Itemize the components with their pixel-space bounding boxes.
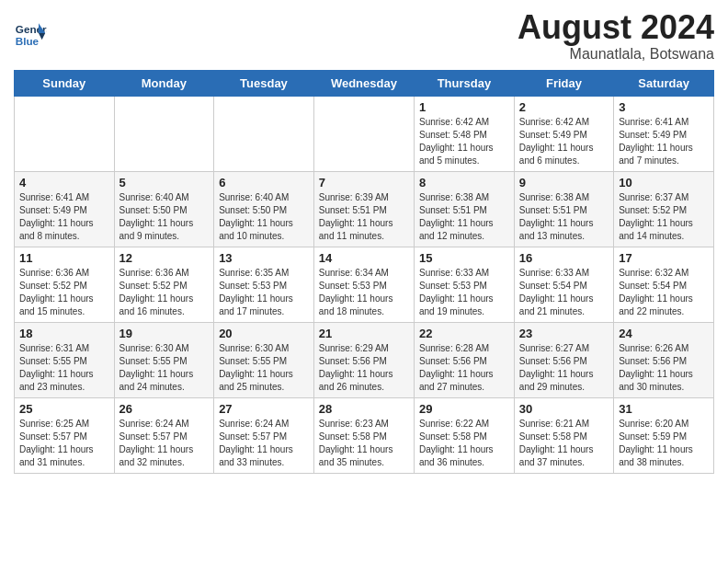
day-number: 24 [619,327,709,340]
calendar-cell: 5Sunrise: 6:40 AM Sunset: 5:50 PM Daylig… [114,171,214,247]
calendar-week-row: 11Sunrise: 6:36 AM Sunset: 5:52 PM Dayli… [15,247,714,322]
day-number: 28 [319,402,409,416]
day-info: Sunrise: 6:27 AM Sunset: 5:56 PM Dayligh… [519,342,609,394]
day-info: Sunrise: 6:42 AM Sunset: 5:48 PM Dayligh… [419,116,509,167]
day-number: 4 [19,176,109,190]
calendar-header-row: SundayMondayTuesdayWednesdayThursdayFrid… [15,70,714,96]
column-header-sunday: Sunday [15,70,115,96]
title-block: August 2024 Maunatlala, Botswana [518,9,714,63]
day-number: 23 [519,327,609,340]
day-number: 30 [519,402,609,416]
calendar-cell: 11Sunrise: 6:36 AM Sunset: 5:52 PM Dayli… [15,247,115,322]
day-number: 15 [419,251,509,265]
calendar-cell: 19Sunrise: 6:30 AM Sunset: 5:55 PM Dayli… [114,322,214,397]
calendar-week-row: 25Sunrise: 6:25 AM Sunset: 5:57 PM Dayli… [15,397,714,473]
calendar-cell [313,96,414,171]
day-number: 1 [419,100,509,114]
calendar-cell: 10Sunrise: 6:37 AM Sunset: 5:52 PM Dayli… [614,171,714,247]
calendar-cell: 13Sunrise: 6:35 AM Sunset: 5:53 PM Dayli… [214,247,314,322]
calendar-cell: 12Sunrise: 6:36 AM Sunset: 5:52 PM Dayli… [114,247,214,322]
calendar-cell: 17Sunrise: 6:32 AM Sunset: 5:54 PM Dayli… [614,247,714,322]
day-number: 16 [519,251,609,265]
day-info: Sunrise: 6:25 AM Sunset: 5:57 PM Dayligh… [19,418,109,469]
day-number: 7 [319,176,409,190]
day-info: Sunrise: 6:41 AM Sunset: 5:49 PM Dayligh… [19,191,109,243]
day-number: 27 [219,402,309,416]
calendar-cell: 8Sunrise: 6:38 AM Sunset: 5:51 PM Daylig… [414,171,514,247]
day-info: Sunrise: 6:33 AM Sunset: 5:54 PM Dayligh… [519,267,609,318]
calendar-cell: 29Sunrise: 6:22 AM Sunset: 5:58 PM Dayli… [414,397,514,473]
day-info: Sunrise: 6:38 AM Sunset: 5:51 PM Dayligh… [419,191,509,243]
calendar-cell: 25Sunrise: 6:25 AM Sunset: 5:57 PM Dayli… [15,397,115,473]
svg-text:Blue: Blue [16,35,40,47]
day-info: Sunrise: 6:36 AM Sunset: 5:52 PM Dayligh… [19,267,109,318]
logo: General Blue [14,17,47,50]
calendar-cell: 20Sunrise: 6:30 AM Sunset: 5:55 PM Dayli… [214,322,314,397]
calendar-cell: 6Sunrise: 6:40 AM Sunset: 5:50 PM Daylig… [214,171,314,247]
day-info: Sunrise: 6:22 AM Sunset: 5:58 PM Dayligh… [419,418,509,469]
day-number: 20 [219,327,309,340]
day-info: Sunrise: 6:20 AM Sunset: 5:59 PM Dayligh… [619,418,709,469]
calendar-cell: 16Sunrise: 6:33 AM Sunset: 5:54 PM Dayli… [514,247,613,322]
calendar-cell: 15Sunrise: 6:33 AM Sunset: 5:53 PM Dayli… [414,247,514,322]
calendar-week-row: 1Sunrise: 6:42 AM Sunset: 5:48 PM Daylig… [15,96,714,171]
day-info: Sunrise: 6:26 AM Sunset: 5:56 PM Dayligh… [619,342,709,394]
day-number: 13 [219,251,309,265]
day-info: Sunrise: 6:40 AM Sunset: 5:50 PM Dayligh… [219,191,309,243]
calendar-cell: 31Sunrise: 6:20 AM Sunset: 5:59 PM Dayli… [614,397,714,473]
calendar-cell: 4Sunrise: 6:41 AM Sunset: 5:49 PM Daylig… [15,171,115,247]
day-info: Sunrise: 6:32 AM Sunset: 5:54 PM Dayligh… [619,267,709,318]
day-number: 31 [619,402,709,416]
day-number: 29 [419,402,509,416]
calendar-cell: 1Sunrise: 6:42 AM Sunset: 5:48 PM Daylig… [414,96,514,171]
day-number: 11 [19,251,109,265]
day-info: Sunrise: 6:39 AM Sunset: 5:51 PM Dayligh… [319,191,409,243]
column-header-tuesday: Tuesday [214,70,314,96]
calendar-week-row: 4Sunrise: 6:41 AM Sunset: 5:49 PM Daylig… [15,171,714,247]
day-info: Sunrise: 6:34 AM Sunset: 5:53 PM Dayligh… [319,267,409,318]
day-info: Sunrise: 6:30 AM Sunset: 5:55 PM Dayligh… [219,342,309,394]
calendar-cell [214,96,314,171]
day-number: 5 [119,176,210,190]
day-info: Sunrise: 6:33 AM Sunset: 5:53 PM Dayligh… [419,267,509,318]
day-info: Sunrise: 6:24 AM Sunset: 5:57 PM Dayligh… [119,418,210,469]
day-number: 3 [619,100,709,114]
calendar-cell: 24Sunrise: 6:26 AM Sunset: 5:56 PM Dayli… [614,322,714,397]
day-number: 2 [519,100,609,114]
calendar-cell [15,96,115,171]
day-number: 21 [319,327,409,340]
calendar-cell: 9Sunrise: 6:38 AM Sunset: 5:51 PM Daylig… [514,171,613,247]
calendar-cell: 27Sunrise: 6:24 AM Sunset: 5:57 PM Dayli… [214,397,314,473]
calendar-table: SundayMondayTuesdayWednesdayThursdayFrid… [14,70,714,474]
day-info: Sunrise: 6:41 AM Sunset: 5:49 PM Dayligh… [619,116,709,167]
day-info: Sunrise: 6:23 AM Sunset: 5:58 PM Dayligh… [319,418,409,469]
calendar-week-row: 18Sunrise: 6:31 AM Sunset: 5:55 PM Dayli… [15,322,714,397]
day-info: Sunrise: 6:29 AM Sunset: 5:56 PM Dayligh… [319,342,409,394]
calendar-cell: 14Sunrise: 6:34 AM Sunset: 5:53 PM Dayli… [313,247,414,322]
month-year-title: August 2024 [518,9,714,46]
day-info: Sunrise: 6:30 AM Sunset: 5:55 PM Dayligh… [119,342,210,394]
calendar-cell: 30Sunrise: 6:21 AM Sunset: 5:58 PM Dayli… [514,397,613,473]
calendar-cell: 3Sunrise: 6:41 AM Sunset: 5:49 PM Daylig… [614,96,714,171]
calendar-cell [114,96,214,171]
calendar-cell: 18Sunrise: 6:31 AM Sunset: 5:55 PM Dayli… [15,322,115,397]
calendar-cell: 7Sunrise: 6:39 AM Sunset: 5:51 PM Daylig… [313,171,414,247]
day-info: Sunrise: 6:24 AM Sunset: 5:57 PM Dayligh… [219,418,309,469]
calendar-cell: 26Sunrise: 6:24 AM Sunset: 5:57 PM Dayli… [114,397,214,473]
calendar-cell: 22Sunrise: 6:28 AM Sunset: 5:56 PM Dayli… [414,322,514,397]
day-number: 10 [619,176,709,190]
day-number: 22 [419,327,509,340]
column-header-monday: Monday [114,70,214,96]
day-info: Sunrise: 6:42 AM Sunset: 5:49 PM Dayligh… [519,116,609,167]
day-number: 25 [19,402,109,416]
day-info: Sunrise: 6:31 AM Sunset: 5:55 PM Dayligh… [19,342,109,394]
day-info: Sunrise: 6:37 AM Sunset: 5:52 PM Dayligh… [619,191,709,243]
day-number: 18 [19,327,109,340]
day-number: 14 [319,251,409,265]
day-info: Sunrise: 6:28 AM Sunset: 5:56 PM Dayligh… [419,342,509,394]
column-header-thursday: Thursday [414,70,514,96]
day-number: 8 [419,176,509,190]
calendar-cell: 28Sunrise: 6:23 AM Sunset: 5:58 PM Dayli… [313,397,414,473]
svg-marker-3 [39,33,45,40]
day-info: Sunrise: 6:40 AM Sunset: 5:50 PM Dayligh… [119,191,210,243]
